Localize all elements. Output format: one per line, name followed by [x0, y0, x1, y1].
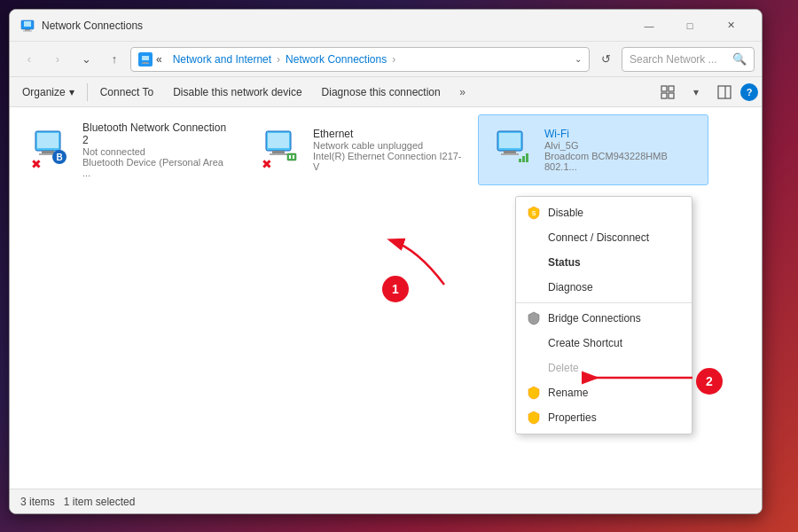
ctx-diagnose[interactable]: Diagnose	[516, 275, 692, 300]
annotation-1: 1	[382, 276, 409, 302]
ctx-shortcut[interactable]: Create Shortcut	[516, 331, 692, 356]
ctx-connect[interactable]: Connect / Disconnect	[516, 225, 692, 250]
ethernet-icon-wrap: ✖	[262, 129, 304, 171]
ctx-empty-icon	[527, 231, 541, 245]
svg-rect-31	[519, 159, 521, 162]
toolbar: Organize ▾ Connect To Disable this netwo…	[10, 77, 762, 107]
search-icon: 🔍	[732, 52, 747, 66]
svg-rect-22	[272, 151, 285, 153]
svg-rect-32	[522, 156, 525, 162]
status-bar: 3 items 1 item selected	[10, 489, 762, 513]
wifi-name: Wi-Fi	[544, 128, 693, 140]
annotation-2: 2	[696, 368, 723, 395]
view-toggle-button[interactable]	[655, 80, 680, 105]
ctx-rename[interactable]: Rename	[516, 380, 692, 405]
toolbar-more-button[interactable]: »	[451, 81, 474, 104]
breadcrumb-part1[interactable]: Network and Internet	[173, 53, 271, 66]
organize-button[interactable]: Organize ▾	[13, 81, 83, 104]
forward-button[interactable]: ›	[45, 47, 70, 72]
network-item-bluetooth[interactable]: B ✖ Bluetooth Network Connection 2 Not c…	[17, 114, 247, 185]
back-button[interactable]: ‹	[17, 47, 42, 72]
search-placeholder: Search Network ...	[630, 53, 732, 66]
preview-pane-button[interactable]	[712, 80, 737, 105]
svg-rect-24	[287, 153, 296, 160]
address-box[interactable]: « Network and Internet › Network Connect…	[130, 47, 590, 72]
address-icon	[138, 52, 153, 66]
bluetooth-icon-wrap: B ✖	[31, 129, 74, 171]
ethernet-status: Network cable unplugged	[313, 140, 464, 151]
ethernet-device: Intel(R) Ethernet Connection I217-V	[313, 151, 464, 172]
close-button[interactable]: ✕	[710, 12, 751, 40]
ctx-disable[interactable]: S Disable	[516, 200, 692, 225]
breadcrumb-sep1: ›	[277, 53, 280, 66]
shield-icon-disable: S	[527, 206, 541, 220]
ctx-shortcut-icon	[527, 336, 541, 350]
network-list: B ✖ Bluetooth Network Connection 2 Not c…	[10, 107, 762, 192]
bluetooth-name: Bluetooth Network Connection 2	[82, 121, 233, 146]
wifi-icon-wrap	[493, 129, 536, 171]
bluetooth-error-badge: ✖	[31, 157, 42, 171]
wifi-device: Broadcom BCM943228HMB 802.1...	[544, 151, 693, 172]
svg-rect-8	[661, 86, 667, 91]
ctx-diagnose-icon	[527, 280, 541, 294]
breadcrumb-part2[interactable]: Network Connections	[286, 53, 387, 66]
svg-rect-26	[293, 155, 294, 159]
svg-rect-1	[24, 21, 31, 27]
address-dropdown[interactable]: ⌄	[575, 54, 582, 64]
status-separator	[55, 496, 64, 508]
svg-rect-5	[142, 56, 149, 60]
svg-rect-29	[504, 151, 516, 153]
search-box[interactable]: Search Network ... 🔍	[622, 47, 755, 72]
up-button[interactable]: ↑	[102, 47, 127, 72]
view-dropdown-button[interactable]: ▾	[684, 80, 708, 105]
maximize-button[interactable]: □	[669, 12, 710, 40]
breadcrumb-sep2: ›	[392, 53, 395, 66]
svg-rect-15	[37, 133, 59, 148]
ethernet-info: Ethernet Network cable unplugged Intel(R…	[313, 128, 464, 172]
svg-rect-25	[289, 155, 291, 159]
title-bar: Network Connections — □ ✕	[10, 10, 762, 42]
svg-text:S: S	[532, 210, 536, 216]
network-item-ethernet[interactable]: ✖ Ethernet Network cable unplugged Intel…	[247, 114, 478, 185]
svg-rect-12	[718, 86, 731, 98]
wifi-info: Wi-Fi Alvi_5G Broadcom BCM943228HMB 802.…	[544, 128, 693, 172]
ethernet-error-badge: ✖	[262, 157, 272, 171]
shield-icon-rename	[527, 386, 541, 400]
svg-rect-23	[270, 153, 287, 155]
svg-rect-9	[669, 86, 674, 91]
window-title: Network Connections	[42, 20, 629, 32]
help-button[interactable]: ?	[740, 83, 758, 101]
selected-count: 1 item selected	[64, 496, 136, 508]
svg-text:B: B	[56, 153, 62, 162]
ctx-status[interactable]: Status	[516, 250, 692, 275]
ctx-delete-icon	[527, 361, 541, 375]
svg-rect-3	[23, 30, 32, 31]
window-icon	[20, 19, 35, 33]
disable-button[interactable]: Disable this network device	[164, 81, 310, 104]
titlebar-controls: — □ ✕	[629, 12, 751, 40]
svg-rect-28	[499, 133, 520, 148]
wifi-status: Alvi_5G	[544, 140, 693, 151]
recent-button[interactable]: ⌄	[74, 47, 98, 72]
toolbar-separator	[87, 83, 88, 101]
ctx-bridge[interactable]: Bridge Connections	[516, 306, 692, 331]
diagnose-button[interactable]: Diagnose this connection	[313, 81, 450, 104]
breadcrumb-root: «	[156, 53, 162, 66]
connect-to-button[interactable]: Connect To	[91, 81, 163, 104]
shield-icon-bridge	[527, 311, 541, 325]
svg-rect-7	[142, 63, 149, 64]
shield-icon-properties	[527, 411, 541, 425]
svg-rect-6	[143, 62, 148, 63]
bluetooth-device: Bluetooth Device (Personal Area ...	[82, 157, 233, 178]
context-menu: S Disable Connect / Disconnect Status Di…	[515, 196, 692, 434]
refresh-button[interactable]: ↺	[593, 47, 618, 72]
svg-rect-10	[661, 93, 667, 98]
toolbar-right: ▾ ?	[655, 80, 758, 105]
minimize-button[interactable]: —	[629, 12, 669, 40]
organize-arrow: ▾	[69, 86, 74, 98]
svg-rect-30	[501, 153, 519, 155]
ctx-properties[interactable]: Properties	[516, 405, 692, 430]
ethernet-name: Ethernet	[313, 128, 464, 140]
bluetooth-status: Not connected	[82, 146, 233, 157]
network-item-wifi[interactable]: Wi-Fi Alvi_5G Broadcom BCM943228HMB 802.…	[478, 114, 708, 185]
